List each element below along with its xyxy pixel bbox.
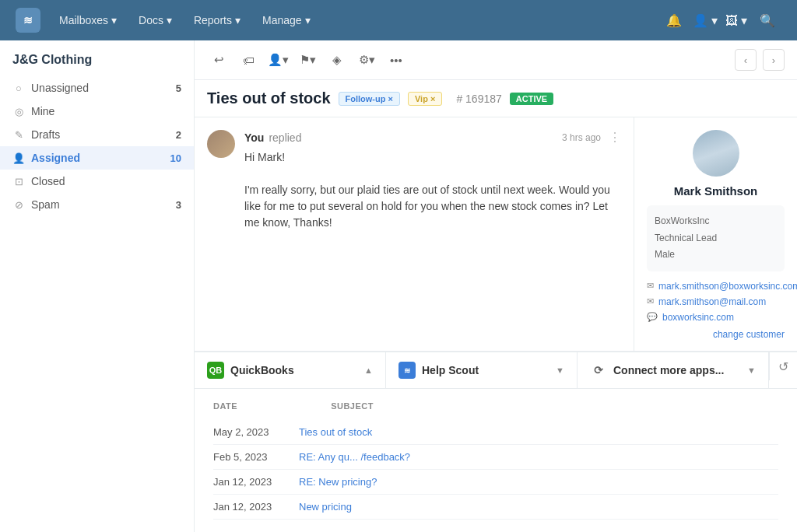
website-link[interactable]: boxworksinc.com <box>662 312 734 323</box>
spam-icon: ⊘ <box>12 199 25 211</box>
customer-contact: ✉ mark.smithson@boxworksinc.com ✉ mark.s… <box>647 281 785 323</box>
user-settings-icon[interactable]: 👤 ▾ <box>691 6 719 34</box>
lower-panel: QB QuickBooks ▲ ≋ Help Scout ▼ ⟳ Connect… <box>195 351 797 532</box>
next-conversation-button[interactable]: › <box>763 49 785 71</box>
email2-icon: ✉ <box>647 296 654 306</box>
connect-label: Connect more apps... <box>613 364 724 376</box>
helpscout-label: Help Scout <box>422 364 479 376</box>
avatar-icon[interactable]: 🖼 ▾ <box>722 6 750 34</box>
mine-icon: ◎ <box>12 106 25 117</box>
back-button[interactable]: ↩ <box>207 48 230 72</box>
email2-link[interactable]: mark.smithson@mail.com <box>658 296 766 307</box>
row-date: Jan 12, 2023 <box>213 501 299 513</box>
mailbox-title: J&G Clothing <box>0 53 194 76</box>
more-button[interactable]: ••• <box>384 48 408 72</box>
sidebar-item-assigned[interactable]: 👤 Assigned 10 <box>0 146 194 170</box>
table-row: Jan 12, 2023 New pricing <box>213 495 778 520</box>
conversation-messages: You replied 3 hrs ago ⋮ Hi Mark! I'm rea… <box>195 117 634 351</box>
tag-followup[interactable]: Follow-up × <box>339 92 400 106</box>
helpscout-table: DATE SUBJECT May 2, 2023 Ties out of sto… <box>195 389 797 532</box>
search-icon[interactable]: 🔍 <box>753 6 781 34</box>
message-item: You replied 3 hrs ago ⋮ Hi Mark! I'm rea… <box>207 130 621 231</box>
row-subject[interactable]: New pricing <box>299 501 352 513</box>
chevron-down-icon: ▾ <box>167 14 172 26</box>
helpscout-chevron-down-icon: ▼ <box>556 366 564 375</box>
top-nav: ≋ Mailboxes ▾ Docs ▾ Reports ▾ Manage ▾ … <box>0 0 797 40</box>
col-date-header: DATE <box>213 401 237 411</box>
prev-conversation-button[interactable]: ‹ <box>735 49 757 71</box>
helpscout-bar[interactable]: ≋ Help Scout ▼ <box>386 352 578 388</box>
sidebar-item-unassigned[interactable]: ○ Unassigned 5 <box>0 76 194 100</box>
contact-email2: ✉ mark.smithson@mail.com <box>647 296 785 307</box>
tag-vip[interactable]: Vip × <box>408 92 442 106</box>
workflow-button[interactable]: ⚙▾ <box>355 48 378 72</box>
logo-icon[interactable]: ≋ <box>16 8 40 33</box>
row-subject[interactable]: RE: New pricing? <box>299 476 377 488</box>
row-subject[interactable]: RE: Any qu... /feedback? <box>299 451 410 463</box>
avatar <box>207 130 235 158</box>
assigned-count: 10 <box>170 152 181 164</box>
contact-email1: ✉ mark.smithson@boxworksinc.com <box>647 281 785 292</box>
chevron-down-icon: ▾ <box>235 14 241 26</box>
connect-chevron-down-icon: ▼ <box>747 366 756 375</box>
chevron-down-icon: ▾ <box>111 14 117 26</box>
sidebar: J&G Clothing ○ Unassigned 5 ◎ Mine ✎ Dra… <box>0 40 195 532</box>
message-content: You replied 3 hrs ago ⋮ Hi Mark! I'm rea… <box>244 130 621 231</box>
change-customer-link[interactable]: change customer <box>647 329 785 340</box>
customer-role: Technical Lead <box>655 230 777 247</box>
customer-panel: Mark Smithson BoxWorksInc Technical Lead… <box>634 117 797 351</box>
table-row: Feb 5, 2023 RE: Any qu... /feedback? <box>213 445 778 470</box>
contact-website: 💬 boxworksinc.com <box>647 312 785 323</box>
message-header: You replied 3 hrs ago ⋮ <box>244 130 621 145</box>
helpscout-icon: ≋ <box>398 362 416 379</box>
row-date: Jan 12, 2023 <box>213 476 299 488</box>
sidebar-label-drafts: Drafts <box>31 128 60 141</box>
assign-button[interactable]: 👤▾ <box>266 48 290 72</box>
conversation-body: You replied 3 hrs ago ⋮ Hi Mark! I'm rea… <box>195 117 797 351</box>
sidebar-item-mine[interactable]: ◎ Mine <box>0 100 194 123</box>
quickbooks-bar[interactable]: QB QuickBooks ▲ <box>195 352 386 388</box>
message-text: Hi Mark! I'm really sorry, but our plaid… <box>244 149 621 231</box>
sidebar-label-assigned: Assigned <box>31 152 80 164</box>
row-subject[interactable]: Ties out of stock <box>299 426 372 438</box>
message-author: You <box>244 131 264 144</box>
label-button[interactable]: ◈ <box>325 48 349 72</box>
nav-manage[interactable]: Manage ▾ <box>253 9 320 31</box>
email1-link[interactable]: mark.smithson@boxworksinc.com <box>658 281 797 292</box>
message-more-button[interactable]: ⋮ <box>609 130 621 145</box>
customer-company: BoxWorksInc <box>655 213 777 230</box>
drafts-count: 2 <box>176 129 181 141</box>
customer-avatar <box>693 130 739 177</box>
nav-reports[interactable]: Reports ▾ <box>184 9 250 31</box>
quickbooks-icon: QB <box>207 362 224 379</box>
quickbooks-chevron-up-icon: ▲ <box>364 366 373 375</box>
status-button[interactable]: ⚑▾ <box>296 48 319 72</box>
tag-button[interactable]: 🏷 <box>237 48 260 72</box>
spam-count: 3 <box>176 199 181 211</box>
sidebar-item-closed[interactable]: ⊡ Closed <box>0 170 194 193</box>
nav-mailboxes[interactable]: Mailboxes ▾ <box>50 9 126 31</box>
table-row: May 2, 2023 Ties out of stock <box>213 420 778 445</box>
sidebar-item-drafts[interactable]: ✎ Drafts 2 <box>0 123 194 146</box>
sidebar-label-closed: Closed <box>31 175 65 187</box>
website-icon: 💬 <box>647 312 658 322</box>
notifications-icon[interactable]: 🔔 <box>660 6 688 34</box>
conversation-header: Ties out of stock Follow-up × Vip × # 16… <box>195 80 797 117</box>
status-badge: ACTIVE <box>510 93 553 105</box>
conversation-toolbar: ↩ 🏷 👤▾ ⚑▾ ◈ ⚙▾ ••• ‹ › <box>195 40 797 80</box>
table-header: DATE SUBJECT <box>213 401 778 411</box>
connect-apps-bar[interactable]: ⟳ Connect more apps... ▼ <box>578 352 769 388</box>
refresh-button[interactable]: ↺ <box>769 352 797 380</box>
nav-docs[interactable]: Docs ▾ <box>129 9 181 31</box>
sidebar-label-unassigned: Unassigned <box>31 82 89 94</box>
table-row: Jan 12, 2023 RE: New pricing? <box>213 470 778 495</box>
main-layout: J&G Clothing ○ Unassigned 5 ◎ Mine ✎ Dra… <box>0 40 797 532</box>
row-date: Feb 5, 2023 <box>213 451 299 463</box>
conversation-title: Ties out of stock <box>207 89 331 107</box>
customer-avatar-image <box>693 130 739 177</box>
unassigned-count: 5 <box>176 82 181 94</box>
message-action: replied <box>269 131 301 144</box>
sidebar-item-spam[interactable]: ⊘ Spam 3 <box>0 193 194 216</box>
conversation-id: # 169187 <box>456 93 501 105</box>
connect-icon: ⟳ <box>590 362 607 379</box>
